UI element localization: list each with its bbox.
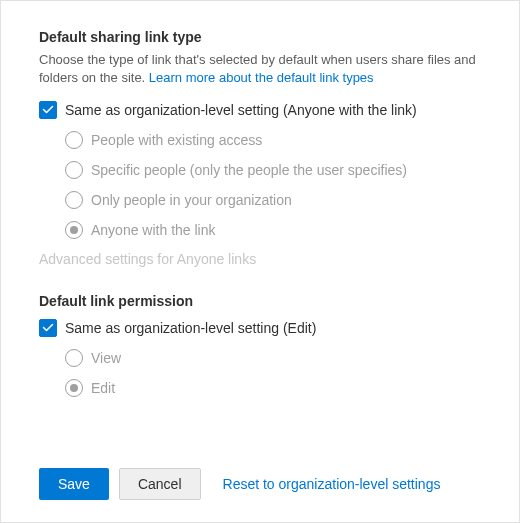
link-permission-same-as-org-label: Same as organization-level setting (Edit… bbox=[65, 320, 316, 336]
radio-icon[interactable] bbox=[65, 349, 83, 367]
link-type-option-row[interactable]: Anyone with the link bbox=[65, 221, 487, 239]
radio-icon[interactable] bbox=[65, 161, 83, 179]
checkmark-icon bbox=[42, 104, 54, 116]
link-type-option-row[interactable]: Only people in your organization bbox=[65, 191, 487, 209]
link-type-option-label: People with existing access bbox=[91, 132, 262, 148]
link-permission-heading: Default link permission bbox=[39, 293, 487, 309]
advanced-settings-link: Advanced settings for Anyone links bbox=[39, 251, 487, 267]
link-type-option-label: Only people in your organization bbox=[91, 192, 292, 208]
save-button[interactable]: Save bbox=[39, 468, 109, 500]
radio-icon[interactable] bbox=[65, 191, 83, 209]
link-type-heading: Default sharing link type bbox=[39, 29, 487, 45]
link-type-option-row[interactable]: Specific people (only the people the use… bbox=[65, 161, 487, 179]
reset-link[interactable]: Reset to organization-level settings bbox=[223, 476, 441, 492]
link-type-same-as-org-row[interactable]: Same as organization-level setting (Anyo… bbox=[39, 101, 487, 119]
link-type-same-as-org-label: Same as organization-level setting (Anyo… bbox=[65, 102, 417, 118]
link-permission-option-label: View bbox=[91, 350, 121, 366]
link-permission-same-as-org-checkbox[interactable] bbox=[39, 319, 57, 337]
checkmark-icon bbox=[42, 322, 54, 334]
link-type-option-label: Specific people (only the people the use… bbox=[91, 162, 407, 178]
link-type-option-label: Anyone with the link bbox=[91, 222, 216, 238]
link-permission-option-row[interactable]: Edit bbox=[65, 379, 487, 397]
sharing-settings-panel: Default sharing link type Choose the typ… bbox=[0, 0, 520, 523]
cancel-button[interactable]: Cancel bbox=[119, 468, 201, 500]
radio-icon[interactable] bbox=[65, 221, 83, 239]
link-permission-option-row[interactable]: View bbox=[65, 349, 487, 367]
link-permission-radio-group: View Edit bbox=[65, 349, 487, 397]
footer-actions: Save Cancel Reset to organization-level … bbox=[39, 468, 440, 500]
link-permission-option-label: Edit bbox=[91, 380, 115, 396]
link-type-radio-group: People with existing access Specific peo… bbox=[65, 131, 487, 239]
learn-more-link[interactable]: Learn more about the default link types bbox=[149, 70, 374, 85]
link-type-option-row[interactable]: People with existing access bbox=[65, 131, 487, 149]
radio-icon[interactable] bbox=[65, 131, 83, 149]
radio-icon[interactable] bbox=[65, 379, 83, 397]
link-type-description: Choose the type of link that's selected … bbox=[39, 51, 487, 87]
link-permission-same-as-org-row[interactable]: Same as organization-level setting (Edit… bbox=[39, 319, 487, 337]
link-type-same-as-org-checkbox[interactable] bbox=[39, 101, 57, 119]
